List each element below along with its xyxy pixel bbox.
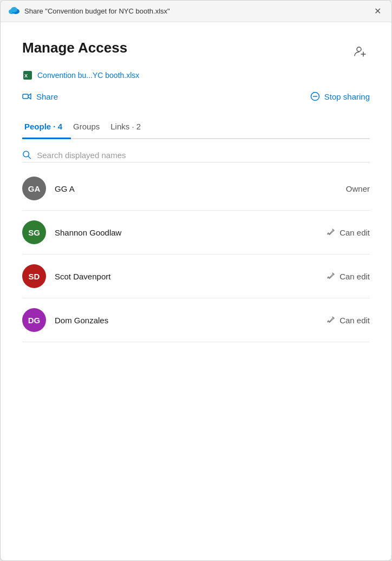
svg-text:X: X (24, 73, 28, 79)
avatar-shannon: SG (22, 220, 46, 244)
search-section (22, 139, 370, 162)
tab-groups[interactable]: Groups (71, 116, 108, 139)
stop-sharing-icon (310, 92, 320, 101)
people-list: GA GG A Owner SG Shannon Goodlaw Can edi… (22, 167, 370, 342)
search-input[interactable] (37, 151, 370, 160)
edit-icon-dom (326, 316, 335, 324)
stop-sharing-button[interactable]: Stop sharing (310, 89, 370, 103)
edit-icon-scot (326, 272, 335, 280)
person-name-scot: Scot Davenport (55, 272, 318, 281)
close-button[interactable]: ✕ (371, 5, 384, 18)
svg-point-2 (11, 7, 17, 12)
edit-icon-shannon (326, 228, 335, 237)
person-name-dom: Dom Gonzales (55, 316, 318, 325)
add-person-icon (354, 45, 367, 58)
person-name-shannon: Shannon Goodlaw (55, 228, 318, 237)
share-button[interactable]: Share (22, 89, 58, 103)
tab-links[interactable]: Links · 2 (108, 116, 149, 139)
tabs-bar: People · 4 Groups Links · 2 (22, 116, 370, 139)
action-row: Share Stop sharing (22, 89, 370, 103)
role-label-dom: Can edit (339, 316, 370, 325)
file-link-row: X Convention bu...YC booth.xlsx (22, 70, 370, 81)
manage-access-window: Share "Convention budget for NYC booth.x… (0, 0, 392, 561)
titlebar-title: Share "Convention budget for NYC booth.x… (24, 7, 170, 15)
excel-file-icon: X (22, 70, 33, 81)
role-label-shannon: Can edit (339, 228, 370, 237)
search-wrapper (22, 150, 370, 160)
role-label-scot: Can edit (339, 272, 370, 281)
tab-people[interactable]: People · 4 (22, 116, 71, 139)
person-row-scot: SD Scot Davenport Can edit (22, 255, 370, 298)
titlebar: Share "Convention budget for NYC booth.x… (1, 1, 391, 22)
onedrive-icon (8, 6, 20, 17)
role-button-scot[interactable]: Can edit (326, 272, 370, 281)
avatar-dom: DG (22, 308, 46, 332)
person-row-shannon: SG Shannon Goodlaw Can edit (22, 211, 370, 255)
svg-line-12 (28, 156, 30, 158)
person-role-gga: Owner (346, 184, 370, 193)
svg-rect-8 (23, 94, 28, 99)
add-people-button[interactable] (350, 42, 370, 61)
role-button-dom[interactable]: Can edit (326, 316, 370, 325)
page-title: Manage Access (22, 40, 127, 56)
person-row-dom: DG Dom Gonzales Can edit (22, 298, 370, 342)
role-button-shannon[interactable]: Can edit (326, 228, 370, 237)
search-icon (22, 150, 31, 160)
file-name-link[interactable]: Convention bu...YC booth.xlsx (37, 71, 139, 80)
person-name-gga: GG A (55, 184, 337, 193)
person-row-gga: GA GG A Owner (22, 167, 370, 211)
avatar-gga: GA (22, 177, 46, 200)
svg-point-3 (357, 47, 361, 51)
manage-access-header: Manage Access (22, 40, 370, 61)
avatar-scot: SD (22, 264, 46, 288)
titlebar-left: Share "Convention budget for NYC booth.x… (8, 6, 170, 17)
content-area: Manage Access X Convention bu...YC booth… (1, 22, 391, 560)
share-icon (22, 92, 32, 101)
